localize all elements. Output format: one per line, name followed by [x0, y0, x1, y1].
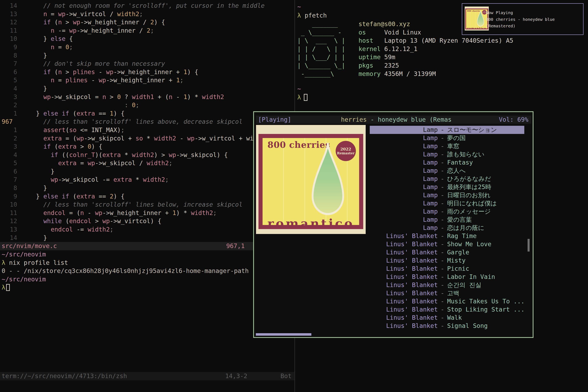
track-title: Rag Time: [447, 232, 524, 240]
code-token: n: [102, 93, 106, 100]
pfetch-row: kernel6.12.12_1: [358, 45, 513, 53]
album-art-mini: 800 cherries 2022 Remaster romantico: [465, 6, 489, 30]
track-row[interactable]: Linus' Blanket-Rag Time: [370, 232, 524, 240]
code-token: [21, 135, 43, 142]
code-token: [21, 151, 51, 158]
code-token: ) >: [154, 151, 169, 158]
album-art: 800 cherries 2022 Remaster romantico: [256, 125, 366, 234]
code-token: else: [43, 110, 58, 117]
code-text: } else if (extra == 2) {: [21, 192, 124, 201]
track-separator: -: [438, 183, 447, 191]
code-line: 8 }: [0, 52, 294, 60]
track-row[interactable]: Linus' Blanket-Signal Song: [370, 322, 524, 330]
pfetch-label: host: [358, 36, 384, 45]
code-token: ->: [66, 10, 73, 18]
code-token: n: [51, 44, 54, 51]
pfetch-value: Laptop 13 (AMD Ryzen 7040Series) A5: [384, 37, 513, 44]
track-row[interactable]: Lamp-夢の国: [370, 134, 524, 142]
music-player-window[interactable]: [Playing] herries - honeydew blue (Remas…: [253, 111, 534, 338]
track-separator: -: [438, 150, 447, 159]
code-token: [21, 143, 43, 150]
code-token: -: [88, 76, 98, 84]
line-number: 4: [0, 151, 21, 159]
code-token: w_virtcol: [202, 135, 235, 142]
track-row[interactable]: Linus' Blanket-Walk: [370, 314, 524, 322]
playback-progress-bar[interactable]: [256, 333, 311, 336]
track-artist: Lamp: [370, 126, 438, 134]
code-token: /: [136, 27, 146, 34]
track-separator: -: [438, 281, 447, 289]
track-row[interactable]: Lamp-愛の言葉: [370, 216, 524, 224]
track-row[interactable]: Lamp-車窓: [370, 142, 524, 150]
code-token: extra: [58, 160, 76, 166]
track-row[interactable]: Linus' Blanket-Labor In Vain: [370, 273, 524, 281]
track-separator: -: [438, 240, 447, 248]
now-playing-notification[interactable]: 800 cherries 2022 Remaster romantico Now…: [462, 3, 584, 35]
track-row[interactable]: Linus' Blanket-Picnic: [370, 264, 524, 273]
code-token: ) {: [114, 193, 124, 200]
shell-line: ~/src/neovim: [2, 275, 249, 284]
code-line: 11 endcol = (n - wp->w_height_inner + 1)…: [0, 209, 294, 217]
track-title: スロ〜モ〜ション: [447, 126, 524, 134]
code-token: -: [95, 68, 106, 76]
track-row[interactable]: Linus' Blanket-Stop Liking Start ...: [370, 306, 524, 314]
track-row[interactable]: Linus' Blanket-Show Me Love: [370, 240, 524, 248]
shell-prompt-row[interactable]: λ: [297, 93, 308, 102]
code-token: <= INT_MAX): [76, 126, 121, 134]
code-line: 3 wp->w_skipcol = n > 0 ? width1 + (n - …: [0, 93, 294, 101]
code-token: [21, 93, 43, 100]
code-token: +: [172, 68, 184, 76]
track-row[interactable]: Linus' Blanket-Music Takes Us To ...: [370, 297, 524, 306]
track-row[interactable]: Lamp-雨のメッセージ: [370, 208, 524, 216]
code-token: width2: [202, 93, 224, 100]
track-row[interactable]: Lamp-恋は月の蔭に: [370, 224, 524, 232]
code-line: 1 assert(so <= INT_MAX);: [0, 126, 294, 134]
track-row[interactable]: Lamp-スロ〜モ〜ション: [370, 126, 524, 134]
track-separator: -: [438, 297, 447, 306]
track-separator: -: [438, 175, 447, 183]
code-token: :: [124, 102, 132, 108]
track-row[interactable]: Linus' Blanket-Misty: [370, 256, 524, 264]
code-token: ) {: [187, 68, 198, 76]
track-row[interactable]: Lamp-明日になれば僕は: [370, 199, 524, 208]
track-row[interactable]: Linus' Blanket-고백: [370, 289, 524, 297]
code-token: so: [69, 126, 76, 134]
track-row[interactable]: Lamp-誰も知らない: [370, 150, 524, 158]
scrollbar-thumb[interactable]: [528, 239, 530, 252]
code-text: }: [21, 234, 47, 242]
pfetch-value: 2325: [384, 62, 399, 69]
terminal-cursor: [304, 94, 308, 101]
code-token: 1: [184, 93, 187, 100]
code-token: (: [69, 110, 76, 117]
track-title: 고백: [447, 289, 524, 298]
track-row[interactable]: Lamp-最終列車は25時: [370, 183, 524, 191]
code-token: >: [76, 143, 88, 150]
pfetch-value: 59m: [384, 54, 395, 61]
code-token: ?: [121, 93, 132, 100]
code-text: endcol = (n - wp->w_height_inner + 1) * …: [21, 209, 216, 217]
track-row[interactable]: Lamp-Fantasy: [370, 158, 524, 166]
track-row[interactable]: Lamp-ひろがるなみだ: [370, 175, 524, 183]
track-row[interactable]: Linus' Blanket-순간의 진실: [370, 281, 524, 289]
terminal-cursor-position: 14,3-2: [225, 372, 247, 380]
code-token: width2: [132, 151, 154, 158]
track-row[interactable]: Linus' Blanket-Gargle: [370, 248, 524, 256]
code-token: }: [21, 193, 43, 200]
nvim-pane[interactable]: 14 // not enough room for 'scrolloff', p…: [0, 0, 294, 392]
track-row[interactable]: Lamp-日曜日のお別れ: [370, 191, 524, 199]
code-token: n: [51, 27, 54, 34]
code-token: =: [91, 93, 102, 100]
code-token: // not enough room for 'scrolloff', put …: [21, 2, 264, 9]
track-row[interactable]: Lamp-恋人へ: [370, 166, 524, 175]
code-token: +: [124, 135, 136, 142]
code-text: : 0;: [21, 101, 139, 110]
track-title: Misty: [447, 256, 524, 265]
code-text: } else if (extra == 1) {: [21, 110, 124, 118]
statusline-filename: src/nvim/move.c: [0, 242, 57, 250]
code-token: ;: [139, 10, 143, 18]
code-text: if ((colnr_T)(extra * width2) > wp->w_sk…: [21, 151, 228, 159]
code-text: }: [21, 168, 54, 176]
shell-command: [301, 12, 304, 19]
code-token: wp: [73, 18, 80, 26]
track-separator: -: [438, 256, 447, 265]
